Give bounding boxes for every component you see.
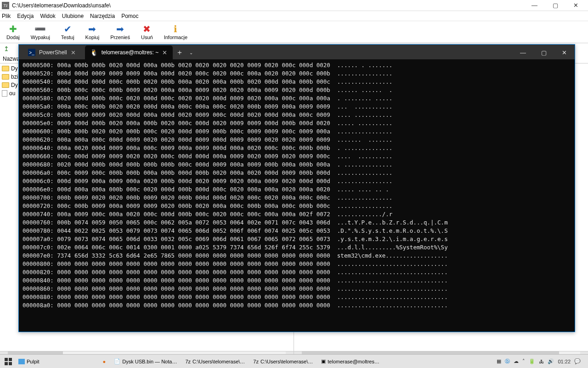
tab-label: PowerShell xyxy=(39,49,67,56)
toolbar-wypakuj-button[interactable]: ➖Wypakuj xyxy=(31,24,50,40)
menu-narzedzia[interactable]: Narzędzia xyxy=(90,13,115,19)
titlebar[interactable]: 7z C:\Users\telomerase\Downloads\unsafe\… xyxy=(0,0,588,11)
svg-rect-1 xyxy=(9,358,12,361)
przenies-icon: ➡ xyxy=(115,24,126,34)
close-icon[interactable]: ✕ xyxy=(71,49,76,56)
dodaj-icon: ✚ xyxy=(7,24,18,34)
usun-icon: ✖ xyxy=(141,24,153,34)
minimize-button[interactable]: — xyxy=(524,0,545,11)
system-tray: ▦ ⓑ ☁ ˄ 🔋 🖧 🔊 01:22 💬 xyxy=(497,358,586,365)
terminal-body[interactable]: 00000500: 000a 000b 000b 0020 000d 000a … xyxy=(19,59,575,332)
wypakuj-icon: ➖ xyxy=(35,24,46,34)
onedrive-icon[interactable]: ☁ xyxy=(514,358,519,364)
folder-icon xyxy=(2,74,9,80)
notification-icon[interactable]: 💬 xyxy=(574,358,581,364)
toolbar-usun-button[interactable]: ✖Usuń xyxy=(141,24,153,40)
terminal-tabbar: >_ PowerShell ✕ 🐧 telomerase@moltres: ~ … xyxy=(19,45,575,59)
chevron-up-icon[interactable]: ˄ xyxy=(522,358,525,364)
svg-rect-3 xyxy=(9,362,12,365)
app-icon: 7z xyxy=(253,359,259,364)
taskbar-firefox[interactable]: ● xyxy=(99,356,110,367)
tray-icon[interactable]: ▦ xyxy=(497,358,501,364)
tux-icon: 🐧 xyxy=(90,49,98,56)
menu-plik[interactable]: Plik xyxy=(2,13,11,19)
volume-icon[interactable]: 🔊 xyxy=(548,358,554,364)
new-tab-button[interactable]: ＋ xyxy=(173,46,187,59)
kopiuj-icon: ➡ xyxy=(87,24,98,34)
toolbar-testuj-button[interactable]: ✔Testuj xyxy=(61,24,74,40)
terminal-maximize-button[interactable]: ▢ xyxy=(533,46,554,59)
folder-icon xyxy=(2,66,9,71)
app-icon: 7z xyxy=(185,359,191,364)
terminal-tab-powershell[interactable]: >_ PowerShell ✕ xyxy=(23,46,81,59)
taskbar: Pulpit ● 📄Dysk USB.bin — Nota…7zC:\Users… xyxy=(0,354,588,368)
close-icon[interactable]: ✕ xyxy=(162,49,167,56)
close-button[interactable]: ✕ xyxy=(565,0,586,11)
clock[interactable]: 01:22 xyxy=(558,359,571,364)
terminal-close-button[interactable]: ✕ xyxy=(554,46,575,59)
menu-edycja[interactable]: Edycja xyxy=(17,13,34,19)
file-icon xyxy=(2,90,7,97)
maximize-button[interactable]: ▢ xyxy=(545,0,565,11)
svg-rect-0 xyxy=(5,358,8,361)
taskbar-app[interactable]: ▣telomerase@moltres… xyxy=(317,356,383,367)
toolbar-kopiuj-button[interactable]: ➡Kopiuj xyxy=(85,24,100,40)
testuj-icon: ✔ xyxy=(62,24,73,34)
toolbar-przenies-button[interactable]: ➡Przenieś xyxy=(110,24,130,40)
taskbar-pulpit[interactable]: Pulpit xyxy=(16,356,42,367)
app-icon: 📄 xyxy=(114,358,120,364)
start-button[interactable] xyxy=(2,356,15,367)
toolbar-dodaj-button[interactable]: ✚Dodaj xyxy=(6,24,20,40)
taskbar-app[interactable]: 7zC:\Users\telomerase\… xyxy=(181,356,249,367)
network-icon[interactable]: 🖧 xyxy=(539,359,544,364)
firefox-icon: ● xyxy=(103,359,106,364)
svg-rect-2 xyxy=(5,362,8,365)
taskbar-app[interactable]: 7zC:\Users\telomerase\… xyxy=(249,356,317,367)
menu-pomoc[interactable]: Pomoc xyxy=(121,13,138,19)
menubar: Plik Edycja Widok Ulubione Narzędzia Pom… xyxy=(0,11,588,21)
toolbar: ✚Dodaj➖Wypakuj✔Testuj➡Kopiuj➡Przenieś✖Us… xyxy=(0,21,588,43)
desktop-icon xyxy=(18,359,25,364)
app-icon: ▣ xyxy=(321,358,326,364)
window-title: C:\Users\telomerase\Downloads\unsafe\ xyxy=(12,2,524,9)
toolbar-info-button[interactable]: ℹInformacje xyxy=(164,24,187,40)
tab-dropdown-button[interactable]: ⌄ xyxy=(187,46,196,59)
windows-icon xyxy=(5,358,12,365)
folder-icon xyxy=(2,82,9,88)
taskbar-app[interactable]: 📄Dysk USB.bin — Nota… xyxy=(110,356,181,367)
menu-widok[interactable]: Widok xyxy=(40,13,55,19)
up-button[interactable]: ↥ xyxy=(2,45,11,53)
info-icon: ℹ xyxy=(170,24,181,34)
menu-ulubione[interactable]: Ulubione xyxy=(62,13,84,19)
battery-icon[interactable]: 🔋 xyxy=(529,358,535,364)
terminal-window: >_ PowerShell ✕ 🐧 telomerase@moltres: ~ … xyxy=(18,44,575,332)
powershell-icon: >_ xyxy=(28,49,35,56)
tab-label: telomerase@moltres: ~ xyxy=(102,49,159,56)
bing-icon[interactable]: ⓑ xyxy=(505,358,510,365)
sevenzip-icon: 7z xyxy=(2,2,9,9)
pulpit-label: Pulpit xyxy=(27,359,40,364)
terminal-minimize-button[interactable]: — xyxy=(513,46,533,59)
terminal-tab-wsl[interactable]: 🐧 telomerase@moltres: ~ ✕ xyxy=(85,46,173,59)
